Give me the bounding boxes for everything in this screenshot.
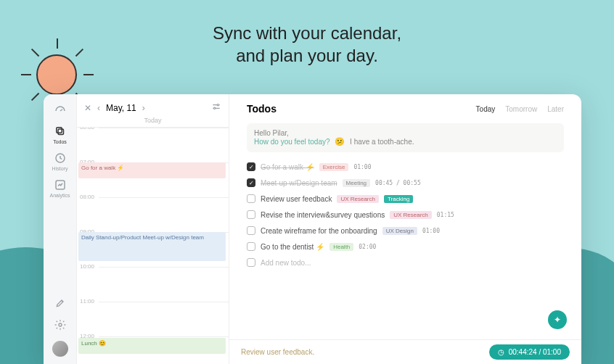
todo-item[interactable]: Go for a walk ⚡Exercise01:00 [247,162,564,171]
todo-list: Go for a walk ⚡Exercise01:00Meet-up w/De… [247,162,564,267]
sliders-icon[interactable] [211,102,221,114]
todo-tag: Exercise [319,163,349,171]
gear-icon [54,320,66,333]
sidebar-item-settings[interactable] [46,319,75,334]
todos-title: Todos [247,103,277,115]
calendar-body[interactable]: 06:0007:0008:0009:0010:0011:0012:0013:00… [77,128,229,364]
todo-tag: UX Research [337,195,379,203]
greeting-answer: I have a tooth-ache. [350,138,414,146]
cal-prev-icon[interactable]: ‹ [97,103,100,113]
emoji-icon: 😕 [335,137,345,146]
todo-item[interactable]: Create wireframe for the onboardingUX De… [247,226,564,235]
sidebar-item-rocket[interactable] [46,297,75,312]
sidebar-label: History [46,166,75,171]
todo-text: Revise the interview&survey questions [261,211,385,219]
todo-time: 00:45 / 00:55 [375,180,421,186]
todo-text: Go to the dentist ⚡ [261,243,324,251]
avatar[interactable] [52,341,68,357]
todo-tag: Tracking [384,195,413,203]
calendar-panel: ✕ ‹ May, 11 › Today 06:0007:0008:0009:00… [77,94,229,364]
todo-time: 02:00 [359,244,376,250]
focus-text: Review user feedback. [241,348,314,356]
greeting-hello: Hello Pilar, [254,129,289,137]
todo-item[interactable]: Meet-up w/Design teamMeeting00:45 / 00:5… [247,178,564,187]
todo-tag: Meeting [343,179,370,187]
add-todo-placeholder: Add new todo... [261,259,311,267]
checkbox[interactable] [247,162,255,171]
sidebar-item-speed[interactable] [46,104,75,117]
checkbox[interactable] [247,242,255,251]
checkbox[interactable] [247,210,255,219]
sidebar-item-analytics[interactable]: Analytics [46,178,75,198]
hero-text: Sync with your calendar, and plan your d… [0,22,614,67]
cal-close-icon[interactable]: ✕ [84,103,91,113]
chart-icon [46,178,75,191]
hour-label: 08:00 [80,194,94,200]
todo-time: 01:15 [437,212,454,218]
todo-tag: UX Research [390,211,432,219]
calendar-today-label[interactable]: Today [77,117,229,128]
svg-point-4 [59,323,62,326]
todo-text: Create wireframe for the onboarding [261,227,377,235]
todo-text: Meet-up w/Design team [261,179,337,187]
sidebar: Todos History Analytics [44,94,77,364]
sun-illustration [36,54,77,95]
todo-tag: Health [329,243,353,251]
add-todo-row[interactable]: Add new todo... [247,258,564,267]
todo-time: 01:00 [422,228,440,234]
todo-text: Review user feedback [261,195,332,203]
clock-icon: ◷ [498,348,504,356]
calendar-event[interactable]: Lunch 😊 [78,338,226,354]
todo-text: Go for a walk ⚡ [261,163,314,171]
checkbox[interactable] [247,178,255,187]
checkbox[interactable] [247,226,255,235]
calendar-date[interactable]: May, 11 [106,103,136,113]
svg-point-5 [217,104,218,106]
main-panel: Todos Today Tomorrow Later Hello Pilar, … [229,94,581,364]
sidebar-item-todos[interactable]: Todos [46,125,75,144]
svg-rect-0 [58,129,64,135]
hour-label: 11:00 [80,298,94,305]
cal-next-icon[interactable]: › [142,103,145,113]
app-window: Todos History Analytics ✕ ‹ May, 11 › To… [44,94,581,364]
tab-tomorrow[interactable]: Tomorrow [505,105,537,113]
gauge-icon [46,104,75,117]
svg-point-6 [214,107,216,109]
copy-icon [46,125,75,138]
todo-item[interactable]: Revise the interview&survey questionsUX … [247,210,564,219]
footer-bar: Review user feedback. ◷ 00:44:24 / 01:00 [229,339,581,364]
tab-later[interactable]: Later [547,105,564,113]
sidebar-label: Analytics [46,193,75,198]
todo-time: 01:00 [353,164,371,170]
sidebar-item-history[interactable]: History [46,152,75,171]
fab-button[interactable]: ✦ [548,310,567,329]
todo-item[interactable]: Go to the dentist ⚡Health02:00 [247,242,564,251]
timer-pill[interactable]: ◷ 00:44:24 / 01:00 [489,344,570,360]
sparkle-icon: ✦ [554,315,561,325]
rocket-icon [54,299,66,311]
greeting-question: How do you feel today? [254,138,330,146]
todo-tag: UX Design [382,227,417,235]
checkbox[interactable] [247,194,255,203]
svg-rect-1 [56,128,62,133]
sidebar-label: Todos [46,139,75,144]
history-icon [46,152,75,165]
todo-item[interactable]: Review user feedbackUX ResearchTracking [247,194,564,203]
hour-label: 06:00 [80,128,94,131]
tab-today[interactable]: Today [476,105,496,113]
hour-label: 10:00 [80,263,94,270]
timer-text: 00:44:24 / 01:00 [509,348,561,356]
todos-tabs: Today Tomorrow Later [476,105,564,113]
calendar-event[interactable]: Daily Stand-up/Product Meet-up w/Design … [78,232,226,261]
checkbox[interactable] [247,258,255,267]
greeting-card: Hello Pilar, How do you feel today? 😕 I … [247,123,564,152]
calendar-event[interactable]: Go for a walk ⚡ [78,162,226,178]
